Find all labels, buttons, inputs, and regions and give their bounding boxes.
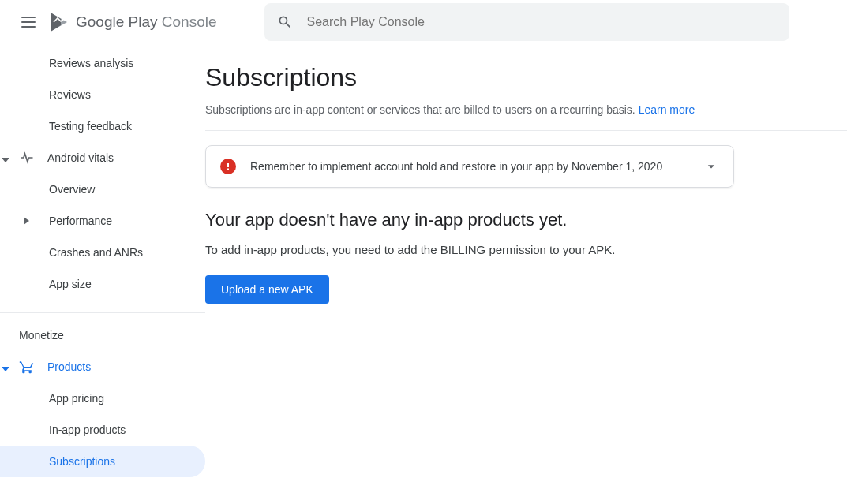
sidebar-item-reviews[interactable]: Reviews [0,79,205,110]
menu-icon [21,17,36,28]
svg-marker-1 [51,13,61,32]
content-divider [205,130,847,131]
chevron-down-icon[interactable] [703,159,719,174]
svg-rect-6 [227,169,229,170]
sidebar-item-label: App pricing [49,392,104,405]
sidebar-item-crashes-anrs[interactable]: Crashes and ANRs [0,237,205,268]
sidebar-item-label: App size [49,278,92,290]
svg-marker-2 [2,158,9,162]
error-icon [220,159,236,174]
chevron-down-icon [2,363,9,371]
app-header: Google Play Console [0,0,847,44]
svg-rect-5 [227,163,229,167]
svg-marker-4 [2,367,9,371]
svg-marker-3 [24,217,29,225]
sidebar: Ratings Reviews analysis Reviews Testing… [0,44,205,504]
sidebar-item-label: In-app products [49,424,126,436]
sidebar-item-app-pricing[interactable]: App pricing [0,383,205,414]
sidebar-item-label: Testing feedback [49,120,132,133]
sidebar-category-monetize: Monetize [0,313,205,351]
main-content: Subscriptions Subscriptions are in-app c… [205,44,847,504]
sidebar-item-label: Performance [49,215,112,227]
sidebar-item-overview[interactable]: Overview [0,174,205,205]
empty-state-title: Your app doesn't have any in-app product… [205,210,847,230]
sidebar-item-products[interactable]: Products [0,351,205,383]
chevron-down-icon [2,154,9,162]
cart-icon [19,359,35,375]
empty-state-text: To add in-app products, you need to add … [205,243,847,256]
sidebar-item-in-app-products[interactable]: In-app products [0,414,205,446]
upload-apk-button[interactable]: Upload a new APK [205,275,329,304]
sidebar-item-label: Subscriptions [49,455,115,468]
alert-banner[interactable]: Remember to implement account hold and r… [205,145,734,188]
sidebar-item-label: Products [47,360,91,373]
brand-text: Google Play Console [76,13,217,31]
sidebar-item-label: Android vitals [47,151,114,164]
page-title: Subscriptions [205,63,847,92]
chevron-right-icon [24,215,30,227]
sidebar-item-app-size[interactable]: App size [0,268,205,300]
sidebar-item-reviews-analysis[interactable]: Reviews analysis [0,47,205,79]
sidebar-item-label: Reviews [49,88,91,101]
sidebar-item-subscriptions[interactable]: Subscriptions [0,446,205,477]
search-icon [277,14,293,30]
sidebar-item-testing-feedback[interactable]: Testing feedback [0,110,205,142]
page-subtitle: Subscriptions are in-app content or serv… [205,103,847,116]
sidebar-item-label: Crashes and ANRs [49,246,143,259]
subtitle-text: Subscriptions are in-app content or serv… [205,103,639,116]
sidebar-item-label: Reviews analysis [49,57,133,69]
sidebar-item-android-vitals[interactable]: Android vitals [0,142,205,174]
vitals-icon [19,150,35,166]
alert-text: Remember to implement account hold and r… [250,160,689,173]
brand-logo[interactable]: Google Play Console [49,11,217,33]
search-input[interactable] [307,15,777,29]
menu-button[interactable] [13,6,44,38]
play-console-icon [49,11,71,33]
search-bar[interactable] [264,3,789,41]
learn-more-link[interactable]: Learn more [639,103,695,116]
sidebar-item-performance[interactable]: Performance [0,205,205,237]
sidebar-item-label: Overview [49,183,95,196]
